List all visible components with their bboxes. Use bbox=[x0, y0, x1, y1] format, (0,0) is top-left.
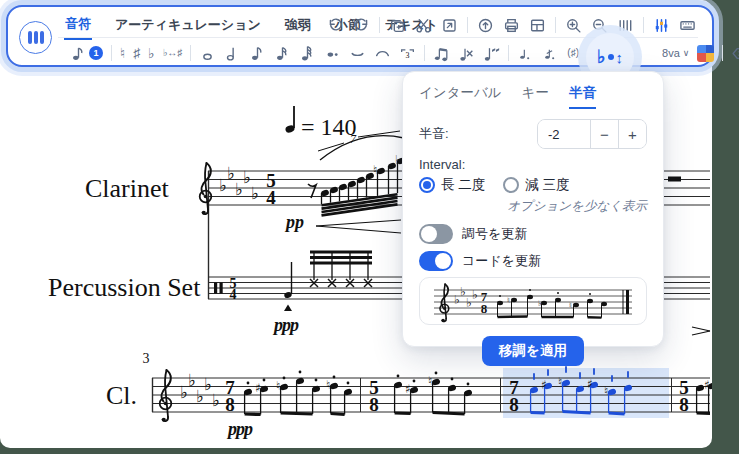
mute-note-icon[interactable] bbox=[458, 45, 475, 62]
tab-articulation[interactable]: アーティキュレーション bbox=[114, 13, 262, 39]
clarinet-run[interactable]: ♮ ♭ bbox=[320, 153, 408, 215]
chevron-down-icon: ∨ bbox=[683, 48, 690, 58]
time-signature-clarinet[interactable]: 5 4 bbox=[266, 170, 276, 208]
interval-options: 長 二度 減 三度 bbox=[419, 176, 647, 194]
tab-key[interactable]: キー bbox=[522, 84, 549, 109]
whole-note-icon[interactable] bbox=[199, 45, 216, 62]
svg-text:♭: ♭ bbox=[227, 163, 235, 183]
dot-icon bbox=[608, 54, 614, 60]
svg-text:♯: ♯ bbox=[587, 377, 593, 391]
flat-icon[interactable]: ♭ bbox=[148, 46, 155, 60]
natural-icon[interactable]: ♮ bbox=[120, 46, 125, 60]
mixer-icon[interactable] bbox=[653, 17, 670, 34]
svg-text:♮: ♮ bbox=[276, 379, 280, 393]
svg-text:8: 8 bbox=[481, 301, 488, 316]
half-note-icon[interactable] bbox=[224, 45, 241, 62]
svg-text:♮: ♮ bbox=[569, 301, 572, 310]
time-signature-m3[interactable]: 7 8 bbox=[509, 377, 519, 415]
tempo-marking[interactable]: = 140 bbox=[285, 106, 357, 140]
augmentation-dot-icon[interactable] bbox=[324, 45, 341, 62]
measure-4-notes[interactable]: ♯ bbox=[695, 378, 712, 413]
clarinet-label[interactable]: Clarinet bbox=[85, 174, 170, 203]
update-chords-toggle[interactable] bbox=[419, 251, 453, 271]
paste-icon[interactable] bbox=[441, 17, 458, 34]
dynamic-ppp-2[interactable]: ppp bbox=[226, 419, 253, 439]
interval-label: Interval: bbox=[419, 157, 647, 172]
undo-icon[interactable] bbox=[327, 17, 344, 34]
flat-sharp-swap-icon[interactable]: ♭↔♯ bbox=[163, 48, 183, 58]
svg-text:♯: ♯ bbox=[405, 382, 411, 396]
copy-icon[interactable] bbox=[389, 17, 406, 34]
crescendo-hairpin bbox=[316, 220, 401, 233]
grace-note-icon[interactable] bbox=[517, 45, 534, 62]
svg-text:♭: ♭ bbox=[472, 288, 478, 302]
half-rest bbox=[668, 177, 681, 182]
tuplet-icon[interactable]: 3 bbox=[399, 45, 416, 62]
zoom-in-icon[interactable] bbox=[565, 17, 582, 34]
time-signature-percussion[interactable]: 5 4 bbox=[230, 276, 237, 302]
print-icon[interactable] bbox=[503, 17, 520, 34]
apply-transpose-button[interactable]: 移調を適用 bbox=[482, 336, 584, 366]
show-fewer-options-link[interactable]: オプションを少なく表示 bbox=[419, 198, 647, 215]
layout-icon[interactable] bbox=[529, 17, 546, 34]
update-key-signature-toggle[interactable] bbox=[419, 224, 453, 244]
octave-dropdown[interactable]: 8va∨ bbox=[662, 47, 689, 59]
svg-text:♭: ♭ bbox=[212, 390, 220, 410]
tab-interval[interactable]: インターバル bbox=[419, 84, 502, 109]
time-signature-m2[interactable]: 5 8 bbox=[369, 377, 379, 415]
beam-icon[interactable] bbox=[433, 45, 450, 62]
svg-text:♭: ♭ bbox=[196, 386, 204, 406]
tab-notes[interactable]: 音符 bbox=[64, 12, 92, 40]
radio-major-second[interactable]: 長 二度 bbox=[419, 176, 485, 194]
svg-text:♭: ♭ bbox=[188, 370, 196, 390]
cut-icon[interactable] bbox=[415, 17, 432, 34]
tremolo-icon[interactable] bbox=[483, 45, 500, 62]
svg-text:8: 8 bbox=[369, 394, 379, 415]
dynamic-ppp-1[interactable]: ppp bbox=[272, 315, 299, 335]
toggle-label: 調号を更新 bbox=[462, 225, 527, 243]
sixteenth-note-icon[interactable] bbox=[274, 45, 291, 62]
virtual-keyboard-icon[interactable] bbox=[679, 17, 696, 34]
svg-text:3: 3 bbox=[406, 50, 410, 59]
svg-text:♮: ♮ bbox=[558, 375, 562, 389]
sharp-icon[interactable]: ♯ bbox=[133, 46, 140, 60]
cl-label[interactable]: Cl. bbox=[106, 381, 137, 410]
percussion-notes[interactable] bbox=[284, 252, 372, 311]
palette-icon[interactable] bbox=[697, 45, 714, 62]
note-input-icon[interactable]: 1 bbox=[70, 45, 103, 62]
piano-icon[interactable] bbox=[19, 21, 52, 54]
svg-text:8: 8 bbox=[679, 394, 689, 415]
tab-semitone[interactable]: 半音 bbox=[569, 84, 596, 109]
radio-label: 減 三度 bbox=[525, 176, 569, 194]
voice-1-badge[interactable]: 1 bbox=[89, 46, 103, 60]
svg-text:♯: ♯ bbox=[255, 381, 261, 395]
grace-note-slash-icon[interactable] bbox=[542, 45, 559, 62]
time-signature-m4[interactable]: 5 8 bbox=[679, 377, 689, 415]
measure-number: 3 bbox=[143, 351, 150, 366]
svg-text:♭: ♭ bbox=[243, 167, 251, 187]
upload-icon[interactable] bbox=[477, 17, 494, 34]
svg-text:4: 4 bbox=[266, 187, 276, 208]
tie-icon[interactable] bbox=[349, 45, 366, 62]
radio-selected-icon[interactable] bbox=[419, 177, 435, 193]
dynamic-pp[interactable]: pp bbox=[284, 212, 304, 232]
backspace-icon[interactable] bbox=[731, 45, 739, 62]
increment-button[interactable]: + bbox=[618, 120, 646, 148]
semitone-input[interactable] bbox=[538, 120, 590, 148]
svg-text:4: 4 bbox=[230, 287, 237, 302]
svg-text:♭: ♭ bbox=[204, 374, 212, 394]
thirtysecond-note-icon[interactable] bbox=[299, 45, 316, 62]
decrement-button[interactable]: − bbox=[590, 120, 618, 148]
svg-text:8: 8 bbox=[225, 394, 235, 415]
percussion-label[interactable]: Percussion Set bbox=[48, 273, 201, 302]
tab-dynamics[interactable]: 強弱 bbox=[284, 13, 312, 39]
eighth-note-icon[interactable] bbox=[249, 45, 266, 62]
selection-highlight bbox=[503, 368, 669, 418]
radio-unselected-icon[interactable] bbox=[503, 177, 519, 193]
svg-text:♭: ♭ bbox=[454, 293, 460, 307]
redo-icon[interactable] bbox=[353, 17, 370, 34]
measure-1-notes[interactable]: ♯ ♮ ♮ bbox=[243, 371, 353, 415]
time-signature-m1[interactable]: 7 8 bbox=[225, 377, 235, 415]
slur-icon[interactable] bbox=[374, 45, 391, 62]
radio-diminished-third[interactable]: 減 三度 bbox=[503, 176, 569, 194]
